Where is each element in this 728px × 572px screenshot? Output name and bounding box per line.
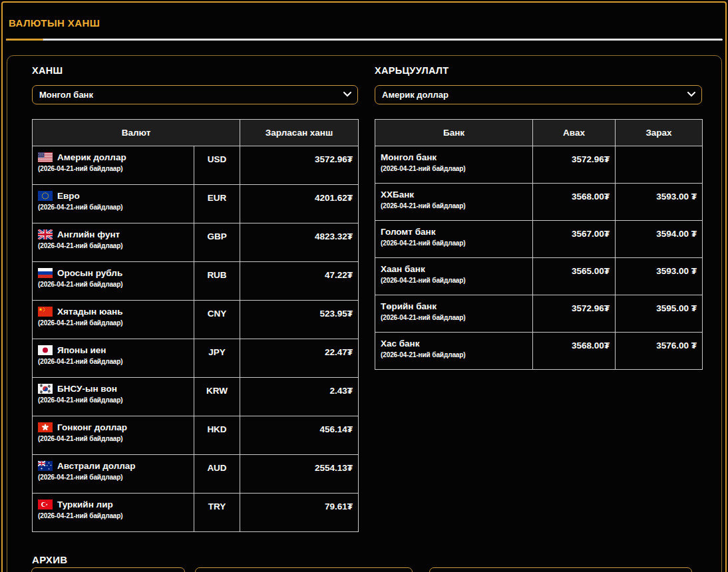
- flag-jp-icon: [38, 345, 53, 355]
- bank-cell: Голомт банк(2026-04-21-ний байдлаар): [375, 221, 533, 258]
- currency-rate: 4201.62₮: [240, 185, 359, 223]
- currency-name: Японы иен: [57, 345, 106, 355]
- comparison-table: Банк Авах Зарах Монгол банк(2026-04-21-н…: [375, 119, 703, 370]
- bank-name: Хаан банк: [381, 264, 425, 274]
- col-header-currency: Валют: [33, 120, 240, 146]
- bank-name: ХХБанк: [381, 190, 414, 200]
- currency-rate: 523.95₮: [240, 301, 359, 339]
- currency-row: Хятадын юань(2026-04-21-ний байдлаар)CNY…: [33, 301, 359, 339]
- currency-cell: Австрали доллар(2026-04-21-ний байдлаар): [33, 455, 194, 494]
- currency-code: GBP: [194, 223, 240, 262]
- bank-row: Хас банк(2026-04-21-ний байдлаар)3568.00…: [375, 333, 703, 370]
- bank-select[interactable]: Монгол банк: [32, 85, 358, 104]
- buy-rate: 3572.96₮: [533, 295, 616, 333]
- currency-name: Гонконг доллар: [57, 422, 127, 432]
- rate-date: (2026-04-21-ний байдлаар): [38, 319, 188, 327]
- rates-section: ХАНШ Монгол банк Валют Зарласан ханш Аме…: [32, 65, 358, 532]
- rate-date: (2026-04-21-ний байдлаар): [381, 277, 527, 284]
- sell-rate: [616, 146, 703, 184]
- rate-date: (2026-04-21-ний байдлаар): [38, 204, 188, 211]
- currency-name: Евро: [57, 191, 80, 201]
- bank-row: Монгол банк(2026-04-21-ний байдлаар)3572…: [375, 146, 703, 184]
- flag-ru-icon: [38, 268, 53, 278]
- currency-rate: 2554.13₮: [240, 455, 359, 494]
- currency-name: Австрали доллар: [57, 461, 136, 471]
- currency-code: AUD: [194, 455, 240, 494]
- currency-code: JPY: [194, 339, 240, 378]
- currency-rate: 3572.96₮: [240, 146, 359, 185]
- currency-row: Евро(2026-04-21-ний байдлаар)EUR4201.62₮: [33, 185, 359, 223]
- currency-code: TRY: [194, 494, 240, 532]
- buy-rate: 3568.00₮: [533, 333, 616, 370]
- bank-name: Голомт банк: [381, 227, 435, 237]
- currency-cell: Америк доллар(2026-04-21-ний байдлаар): [33, 146, 194, 185]
- currency-code: RUB: [194, 262, 240, 301]
- currency-row: Туркийн лир(2026-04-21-ний байдлаар)TRY7…: [33, 494, 359, 532]
- archive-input-1[interactable]: [31, 567, 185, 572]
- rate-date: (2026-04-21-ний байдлаар): [38, 512, 188, 519]
- sell-rate: 3594.00 ₮: [616, 221, 703, 258]
- col-header-bank: Банк: [375, 120, 533, 146]
- currency-code: EUR: [194, 185, 240, 223]
- rate-date: (2026-04-21-ний байдлаар): [381, 351, 527, 358]
- currency-rates-page: { "page": { "title": "ВАЛЮТЫН ХАНШ" }, "…: [0, 0, 728, 572]
- archive-input-3[interactable]: [429, 567, 692, 572]
- sell-rate: 3576.00 ₮: [616, 333, 703, 370]
- currency-code: USD: [194, 146, 240, 185]
- currency-name: Хятадын юань: [57, 307, 123, 317]
- rate-date: (2026-04-21-ний байдлаар): [381, 202, 527, 210]
- bank-cell: Хас банк(2026-04-21-ний байдлаар): [375, 333, 533, 370]
- sell-rate: 3595.00 ₮: [616, 295, 703, 333]
- rate-date: (2026-04-21-ний байдлаар): [381, 314, 527, 321]
- currency-row: БНСУ-ын вон(2026-04-21-ний байдлаар)KRW2…: [33, 378, 359, 416]
- col-header-rate: Зарласан ханш: [240, 120, 359, 146]
- archive-input-2[interactable]: [195, 567, 413, 572]
- currency-select-wrap: Америк доллар: [375, 85, 702, 104]
- archive-heading: АРХИВ: [32, 554, 67, 565]
- bank-select-wrap: Монгол банк: [32, 85, 358, 104]
- currency-rate: 4823.32₮: [240, 223, 359, 262]
- bank-name: Монгол банк: [381, 152, 437, 162]
- comparison-heading: ХАРЬЦУУЛАЛТ: [375, 65, 702, 77]
- rates-table: Валют Зарласан ханш Америк доллар(2026-0…: [32, 119, 359, 532]
- rate-date: (2026-04-21-ний байдлаар): [38, 358, 188, 365]
- currency-row: Японы иен(2026-04-21-ний байдлаар)JPY22.…: [33, 339, 359, 378]
- bank-cell: ХХБанк(2026-04-21-ний байдлаар): [375, 184, 533, 221]
- currency-name: Оросын рубль: [57, 268, 122, 278]
- currency-cell: Оросын рубль(2026-04-21-ний байдлаар): [33, 262, 194, 301]
- currency-cell: Туркийн лир(2026-04-21-ний байдлаар): [33, 494, 194, 532]
- currency-rate: 2.43₮: [240, 378, 359, 416]
- bank-row: ХХБанк(2026-04-21-ний байдлаар)3568.00₮3…: [375, 184, 703, 221]
- flag-tr-icon: [38, 500, 53, 509]
- currency-cell: Японы иен(2026-04-21-ний байдлаар): [33, 339, 194, 378]
- title-underline-accent: [6, 39, 43, 41]
- currency-rate: 47.22₮: [240, 262, 359, 301]
- rate-date: (2026-04-21-ний байдлаар): [381, 239, 527, 247]
- flag-hk-icon: [38, 422, 53, 432]
- sell-rate: 3593.00 ₮: [616, 184, 703, 221]
- currency-rate: 456.14₮: [240, 416, 359, 455]
- currency-row: Гонконг доллар(2026-04-21-ний байдлаар)H…: [33, 416, 359, 455]
- flag-kr-icon: [38, 384, 53, 394]
- currency-name: Америк доллар: [57, 152, 126, 162]
- bank-row: Голомт банк(2026-04-21-ний байдлаар)3567…: [375, 221, 703, 258]
- currency-row: Английн фунт(2026-04-21-ний байдлаар)GBP…: [33, 223, 359, 262]
- bank-row: Хаан банк(2026-04-21-ний байдлаар)3565.0…: [375, 258, 703, 295]
- currency-name: Английн фунт: [57, 229, 120, 239]
- currency-select[interactable]: Америк доллар: [375, 85, 702, 104]
- rate-date: (2026-04-21-ний байдлаар): [38, 435, 188, 442]
- currency-cell: Английн фунт(2026-04-21-ний байдлаар): [33, 223, 194, 262]
- buy-rate: 3565.00₮: [533, 258, 616, 295]
- rate-date: (2026-04-21-ний байдлаар): [38, 242, 188, 249]
- flag-gb-icon: [38, 229, 53, 239]
- rate-date: (2026-04-21-ний байдлаар): [38, 474, 188, 481]
- col-header-buy: Авах: [533, 120, 616, 146]
- currency-cell: БНСУ-ын вон(2026-04-21-ний байдлаар): [33, 378, 194, 416]
- buy-rate: 3567.00₮: [533, 221, 616, 258]
- flag-cn-icon: [38, 307, 53, 317]
- rates-table-header-row: Валют Зарласан ханш: [33, 120, 359, 146]
- currency-code: KRW: [194, 378, 240, 416]
- bank-row: Төрийн банк(2026-04-21-ний байдлаар)3572…: [375, 295, 703, 333]
- page-title: ВАЛЮТЫН ХАНШ: [9, 17, 100, 29]
- bank-cell: Хаан банк(2026-04-21-ний байдлаар): [375, 258, 533, 295]
